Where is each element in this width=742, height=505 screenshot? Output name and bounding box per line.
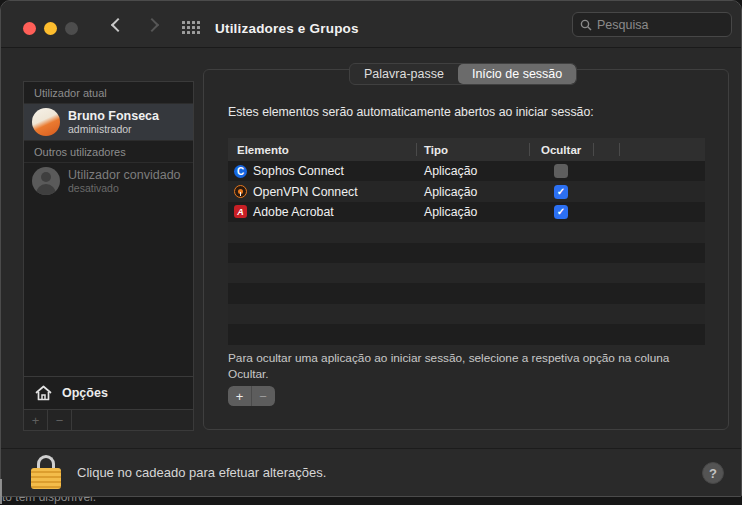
add-login-item-button[interactable]: + — [228, 386, 251, 406]
user-name: Bruno Fonseca — [68, 109, 159, 123]
empty-row — [228, 222, 705, 242]
titlebar[interactable]: Utilizadores e Grupos Pesquisa — [1, 1, 741, 48]
lock-message: Clique no cadeado para efetuar alteraçõe… — [77, 465, 326, 480]
login-options-button[interactable]: Opções — [24, 376, 193, 409]
desktop: to tem disponível. Utilizadores e Grupos… — [0, 0, 742, 505]
back-icon[interactable] — [111, 18, 125, 32]
guest-name: Utilizador convidado — [68, 168, 181, 182]
column-divider — [619, 143, 620, 156]
current-user-header: Utilizador atual — [24, 82, 193, 104]
help-button[interactable]: ? — [702, 462, 724, 484]
empty-row — [228, 283, 705, 303]
footer-bar: Clique no cadeado para efetuar alteraçõe… — [1, 448, 741, 497]
item-type: Aplicação — [424, 164, 477, 178]
item-name: Sophos Connect — [253, 164, 344, 178]
item-name: OpenVPN Connect — [253, 185, 358, 199]
hide-checkbox[interactable]: ✓ — [554, 164, 568, 178]
tab-password[interactable]: Palavra-passe — [350, 64, 458, 84]
column-header-ocultar[interactable]: Ocultar — [541, 144, 581, 156]
empty-row — [228, 263, 705, 283]
column-divider — [593, 143, 594, 156]
zoom-button — [65, 22, 78, 35]
table-row[interactable]: C Sophos Connect Aplicação ✓ — [228, 161, 705, 181]
options-label: Opções — [62, 386, 108, 400]
remove-user-button[interactable]: − — [48, 410, 72, 430]
adobe-acrobat-icon: A — [234, 205, 247, 218]
column-divider — [529, 143, 530, 156]
add-user-button[interactable]: + — [24, 410, 48, 430]
hide-checkbox[interactable]: ✓ — [554, 185, 568, 199]
empty-row — [228, 304, 705, 324]
empty-row — [228, 324, 705, 344]
tab-login-items[interactable]: Início de sessão — [458, 64, 576, 84]
search-icon — [580, 19, 592, 31]
item-type: Aplicação — [424, 205, 477, 219]
sidebar-add-remove-bar: + − — [23, 410, 194, 431]
table-row[interactable]: A Adobe Acrobat Aplicação ✓ — [228, 202, 705, 222]
hide-checkbox[interactable]: ✓ — [554, 205, 568, 219]
login-items-table: Elemento Tipo Ocultar C Sophos Connect A… — [228, 138, 705, 345]
guest-status: desativado — [68, 182, 181, 195]
user-role: administrador — [68, 123, 159, 136]
background-window-edge — [0, 479, 2, 504]
tab-bar: Palavra-passe Início de sessão — [349, 63, 577, 85]
login-items-add-remove: + − — [228, 386, 275, 406]
item-name: Adobe Acrobat — [253, 205, 334, 219]
forward-icon — [145, 18, 159, 32]
minimize-button[interactable] — [44, 22, 57, 35]
user-list-sidebar: Utilizador atual Bruno Fonseca administr… — [23, 81, 194, 410]
table-row[interactable]: OpenVPN Connect Aplicação ✓ — [228, 181, 705, 201]
openvpn-connect-icon — [234, 185, 247, 198]
other-users-header: Outros utilizadores — [24, 141, 193, 163]
show-all-grid-icon[interactable] — [182, 21, 200, 34]
search-input[interactable]: Pesquisa — [572, 12, 732, 37]
column-header-tipo[interactable]: Tipo — [424, 144, 448, 156]
sidebar-item-current-user[interactable]: Bruno Fonseca administrador — [24, 104, 193, 141]
hide-hint-text: Para ocultar uma aplicação ao iniciar se… — [228, 350, 690, 382]
search-placeholder: Pesquisa — [597, 18, 648, 32]
close-button[interactable] — [23, 22, 36, 35]
login-items-description: Estes elementos serão automaticamente ab… — [228, 105, 708, 119]
window-title: Utilizadores e Grupos — [215, 21, 359, 36]
remove-login-item-button[interactable]: − — [251, 386, 274, 406]
user-avatar — [32, 108, 60, 136]
guest-avatar-icon — [32, 167, 60, 195]
column-divider — [416, 143, 417, 156]
table-header: Elemento Tipo Ocultar — [228, 138, 705, 161]
item-type: Aplicação — [424, 185, 477, 199]
sidebar-item-guest-user[interactable]: Utilizador convidado desativado — [24, 163, 193, 199]
lock-icon[interactable] — [31, 455, 61, 491]
sophos-connect-icon: C — [234, 165, 247, 178]
users-groups-window: Utilizadores e Grupos Pesquisa Utilizado… — [0, 0, 742, 497]
column-header-elemento[interactable]: Elemento — [237, 144, 289, 156]
home-icon — [34, 384, 53, 402]
empty-row — [228, 243, 705, 263]
